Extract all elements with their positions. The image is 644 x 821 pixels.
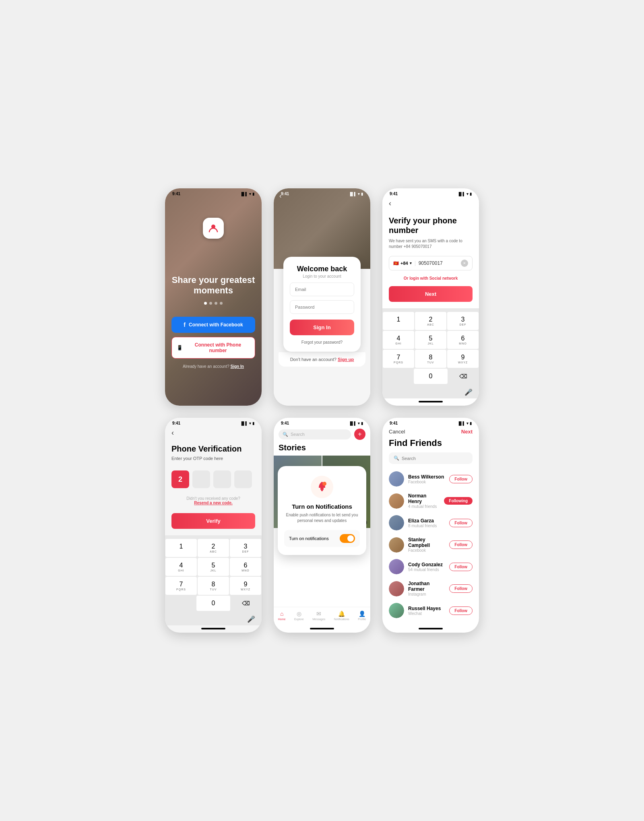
connect-phone-button[interactable]: 📱 Connect with Phone number xyxy=(171,337,255,359)
add-button[interactable]: + xyxy=(354,429,365,440)
key-5[interactable]: 5JKL xyxy=(198,558,229,576)
dropdown-icon[interactable]: ▾ xyxy=(410,261,412,265)
key-1[interactable]: 1 xyxy=(165,539,197,557)
cancel-button[interactable]: Cancel xyxy=(389,429,405,435)
keypad: 1 2ABC 3DEF 4GHI 5JKL 6MNO 7PQRS 8TUV 9W… xyxy=(165,535,262,613)
status-time: 9:41 xyxy=(172,421,180,425)
clear-button[interactable]: ✕ xyxy=(461,260,468,267)
bell-icon-wrap xyxy=(311,476,333,498)
follow-button-bess[interactable]: Follow xyxy=(449,475,473,483)
notification-description: Enable push notifications to let send yo… xyxy=(284,512,360,524)
friend-info-stanley: Stanley Campbell Facebook xyxy=(408,537,445,553)
following-button-norman[interactable]: Following xyxy=(444,497,473,505)
search-bar[interactable]: 🔍 Search xyxy=(279,429,351,439)
signin-button[interactable]: Sign In xyxy=(290,320,354,335)
follow-button-jonathan[interactable]: Follow xyxy=(449,584,473,593)
key-6[interactable]: 6MNO xyxy=(447,331,479,349)
key-9[interactable]: 9WXYZ xyxy=(230,577,261,595)
wifi-icon: ▾ xyxy=(466,192,469,196)
back-button[interactable]: ‹ xyxy=(389,198,473,209)
otp-description: Enter your OTP code here xyxy=(171,456,255,461)
home-indicator xyxy=(419,401,443,402)
status-time: 9:41 xyxy=(172,192,180,196)
find-search-input[interactable] xyxy=(402,456,468,461)
key-4[interactable]: 4GHI xyxy=(383,331,414,349)
key-3[interactable]: 3DEF xyxy=(447,312,479,330)
pagination-dots xyxy=(204,302,223,305)
otp-box-3[interactable] xyxy=(213,470,231,488)
back-button[interactable]: ‹ xyxy=(171,427,255,439)
key-6[interactable]: 6MNO xyxy=(230,558,261,576)
notification-modal: Turn on Notifications Enable push notifi… xyxy=(278,466,366,555)
signup-link[interactable]: Sign up xyxy=(338,357,354,362)
friend-info-eliza: Eliza Garza 8 mutual friends xyxy=(408,518,445,528)
key-9[interactable]: 9WXYZ xyxy=(447,350,479,368)
next-button[interactable]: Next xyxy=(461,429,473,435)
key-8[interactable]: 8TUV xyxy=(198,577,229,595)
status-time: 9:41 xyxy=(390,192,398,196)
friend-name: Bess Wilkerson xyxy=(408,474,445,480)
dot-2 xyxy=(209,302,212,305)
email-input[interactable] xyxy=(290,283,354,296)
otp-box-1[interactable]: 2 xyxy=(171,470,189,488)
dot-1 xyxy=(204,302,207,305)
connect-facebook-button[interactable]: f Connect with Facebook xyxy=(171,317,255,333)
nav-profile[interactable]: 👤 Profile xyxy=(358,611,366,621)
key-5[interactable]: 5JKL xyxy=(415,331,446,349)
nav-messages[interactable]: ✉ Messages xyxy=(312,611,325,621)
key-2[interactable]: 2ABC xyxy=(198,539,229,557)
key-7[interactable]: 7PQRS xyxy=(383,350,414,368)
delete-key[interactable]: ⌫ xyxy=(231,596,261,611)
friend-sub: Facebook xyxy=(408,548,445,553)
key-1[interactable]: 1 xyxy=(383,312,414,330)
verify-button[interactable]: Verify xyxy=(171,513,255,529)
phone-input-row: 🇻🇳 +84 ▾ 905070017 ✕ xyxy=(389,256,473,270)
key-8[interactable]: 8TUV xyxy=(415,350,446,368)
find-friends-header: Cancel Next xyxy=(382,427,479,438)
friend-sub: 54 mutual friends xyxy=(408,567,445,572)
resend-link[interactable]: Resend a new code. xyxy=(194,501,233,505)
key-4[interactable]: 4GHI xyxy=(165,558,197,576)
stories-header: 🔍 Search + xyxy=(274,427,370,443)
nav-notifications[interactable]: 🔔 Notifications xyxy=(334,611,349,621)
signal-icon: ▐▌▌ xyxy=(240,421,248,425)
mic-icon[interactable]: 🎤 xyxy=(464,388,473,396)
key-3[interactable]: 3DEF xyxy=(230,539,261,557)
keypad: 1 2ABC 3DEF 4GHI 5JKL 6MNO 7PQRS 8TUV 9W… xyxy=(382,308,479,386)
friend-name: Eliza Garza xyxy=(408,518,445,524)
key-2[interactable]: 2ABC xyxy=(415,312,446,330)
avatar-norman xyxy=(389,493,404,509)
mic-icon[interactable]: 🎤 xyxy=(247,615,255,623)
status-time: 9:41 xyxy=(390,421,398,425)
delete-key[interactable]: ⌫ xyxy=(448,369,479,384)
follow-button-stanley[interactable]: Follow xyxy=(449,540,473,549)
svg-point-2 xyxy=(321,489,323,491)
nav-profile-label: Profile xyxy=(358,618,366,621)
key-0[interactable]: 0 xyxy=(414,369,447,384)
status-icons: ▐▌▌ ▾ ▮ xyxy=(240,192,254,196)
otp-box-4[interactable] xyxy=(234,470,252,488)
key-7[interactable]: 7PQRS xyxy=(165,577,197,595)
otp-box-2[interactable] xyxy=(192,470,210,488)
status-icons: ▐▌▌ ▾ ▮ xyxy=(349,192,363,196)
key-0[interactable]: 0 xyxy=(196,596,230,611)
follow-button-cody[interactable]: Follow xyxy=(449,563,473,571)
nav-home[interactable]: ⌂ Home xyxy=(278,611,286,621)
back-button[interactable]: ‹ xyxy=(279,192,281,200)
next-button[interactable]: Next xyxy=(389,286,473,302)
home-indicator xyxy=(310,628,334,629)
connect-phone-label: Connect with Phone number xyxy=(186,342,250,353)
signin-link[interactable]: Sign In xyxy=(231,364,244,369)
nav-explore[interactable]: ◎ Explore xyxy=(294,611,304,621)
notification-toggle[interactable] xyxy=(340,534,355,543)
forgot-password-text: Forgot your password? xyxy=(290,340,354,344)
nav-messages-label: Messages xyxy=(312,618,325,621)
password-input[interactable] xyxy=(290,300,354,314)
social-network-link[interactable]: Social network xyxy=(429,276,458,281)
find-search: 🔍 xyxy=(389,452,473,464)
bottom-nav: ⌂ Home ◎ Explore ✉ Messages 🔔 Notificati… xyxy=(274,607,370,625)
notification-toggle-row: Turn on notifications xyxy=(284,530,360,547)
otp-title: Phone Verification xyxy=(171,444,255,454)
follow-button-eliza[interactable]: Follow xyxy=(449,519,473,527)
follow-button-russell[interactable]: Follow xyxy=(449,606,473,615)
